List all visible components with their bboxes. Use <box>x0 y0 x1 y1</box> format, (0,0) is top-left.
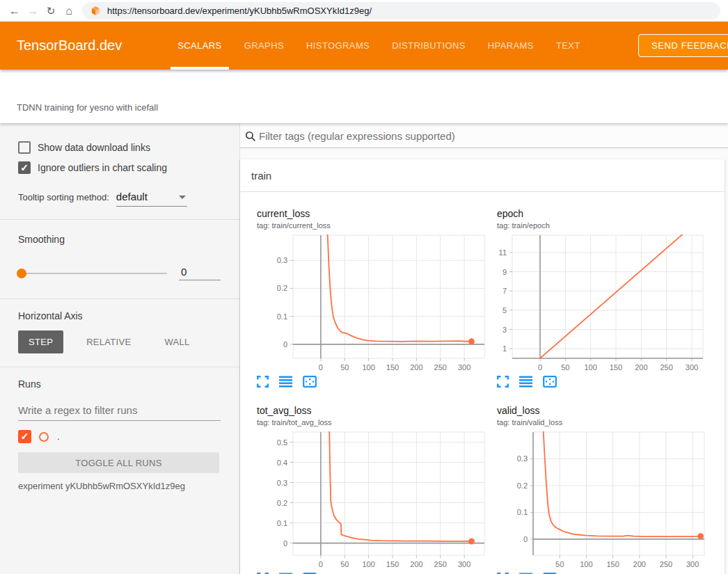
svg-text:150: 150 <box>610 363 622 372</box>
axis-wall-button[interactable]: WALL <box>154 330 200 353</box>
chart-card-current-loss: current_loss tag: train/current_loss 050… <box>257 209 497 388</box>
svg-text:100: 100 <box>584 363 596 372</box>
chart-card-epoch: epoch tag: train/epoch 05010015020025030… <box>497 209 728 388</box>
svg-text:0: 0 <box>538 363 542 372</box>
svg-text:50: 50 <box>561 363 569 372</box>
svg-text:200: 200 <box>410 363 422 372</box>
scalars-main-panel: train current_loss tag: train/current_lo… <box>240 123 728 574</box>
address-bar[interactable]: https://tensorboard.dev/experiment/yKUbh… <box>82 2 720 19</box>
svg-text:0.1: 0.1 <box>517 508 528 516</box>
tab-hparams-label: HPARAMS <box>488 40 534 51</box>
svg-text:0.2: 0.2 <box>277 499 287 507</box>
horizontal-axis-label: Horizontal Axis <box>18 310 221 321</box>
svg-text:0.1: 0.1 <box>277 519 287 527</box>
svg-text:0: 0 <box>283 340 287 349</box>
svg-text:0: 0 <box>283 539 287 548</box>
svg-text:0.1: 0.1 <box>277 312 287 321</box>
run-list-item[interactable]: ✓ . <box>18 430 221 443</box>
smoothing-slider-thumb[interactable] <box>17 269 26 278</box>
tab-histograms[interactable]: HISTOGRAMS <box>299 22 377 70</box>
svg-text:0: 0 <box>523 535 528 543</box>
tab-graphs[interactable]: GRAPHS <box>237 22 291 70</box>
svg-text:250: 250 <box>434 560 447 568</box>
svg-text:250: 250 <box>660 363 672 372</box>
tab-hparams[interactable]: HPARAMS <box>481 22 541 70</box>
smoothing-label: Smoothing <box>18 234 221 245</box>
line-chart-tot-avg-loss[interactable]: 05010015020025030000.10.20.30.40.5 <box>257 431 488 571</box>
experiment-id-text: experiment yKUbhb5wRmOSXYkId1z9eg <box>18 481 221 491</box>
tab-text[interactable]: TEXT <box>549 22 587 70</box>
svg-text:0.3: 0.3 <box>277 479 287 487</box>
svg-text:100: 100 <box>362 363 374 372</box>
svg-text:1: 1 <box>503 344 507 353</box>
tab-distributions[interactable]: DISTRIBUTIONS <box>385 22 473 70</box>
tab-scalars-label: SCALARS <box>177 40 222 51</box>
svg-text:100: 100 <box>362 560 374 568</box>
svg-text:0: 0 <box>319 363 323 372</box>
chart-title: current_loss <box>257 209 497 219</box>
show-download-links-label: Show data download links <box>38 142 150 153</box>
browser-home-icon[interactable]: ⌂ <box>60 5 78 17</box>
browser-toolbar: ← → ↻ ⌂ https://tensorboard.dev/experime… <box>0 0 728 22</box>
fit-domain-icon[interactable] <box>543 376 557 388</box>
settings-sidebar: Show data download links ✓ Ignore outlie… <box>0 123 240 574</box>
svg-text:5: 5 <box>503 306 507 314</box>
line-chart-epoch[interactable]: 0501001502002503001357911 <box>497 234 728 374</box>
chart-title: tot_avg_loss <box>257 406 497 416</box>
log-scale-lines-icon[interactable] <box>279 376 292 388</box>
chart-toolbar <box>257 376 497 388</box>
svg-text:0.2: 0.2 <box>277 284 287 292</box>
experiment-description: TDNN training for yesno with icefall <box>17 102 158 113</box>
browser-back-icon[interactable]: ← <box>6 5 24 17</box>
smoothing-slider[interactable] <box>18 273 167 274</box>
svg-text:7: 7 <box>503 287 507 295</box>
run-checkbox-checked-icon[interactable]: ✓ <box>18 430 31 443</box>
chart-tag: tag: train/current_loss <box>257 221 497 230</box>
svg-text:250: 250 <box>434 363 447 372</box>
toggle-all-runs-button[interactable]: TOGGLE ALL RUNS <box>18 452 219 473</box>
chart-card-tot-avg-loss: tot_avg_loss tag: train/tot_avg_loss 050… <box>257 406 497 574</box>
line-chart-current-loss[interactable]: 05010015020025030000.10.20.3 <box>257 234 488 374</box>
svg-text:0.3: 0.3 <box>517 454 528 463</box>
svg-text:150: 150 <box>386 560 399 568</box>
tag-filter-row <box>240 123 728 148</box>
axis-step-button[interactable]: STEP <box>18 330 63 353</box>
svg-text:0.5: 0.5 <box>277 438 287 447</box>
fit-domain-icon[interactable] <box>303 376 317 388</box>
expand-chart-icon[interactable] <box>497 376 509 388</box>
expand-chart-icon[interactable] <box>257 376 269 388</box>
train-category-card: train current_loss tag: train/current_lo… <box>240 159 725 574</box>
svg-text:200: 200 <box>633 560 646 568</box>
svg-text:9: 9 <box>503 268 507 276</box>
svg-text:50: 50 <box>555 560 564 568</box>
svg-text:200: 200 <box>410 560 422 568</box>
show-download-links-checkbox-row[interactable]: Show data download links <box>18 141 221 154</box>
svg-text:250: 250 <box>660 560 672 568</box>
browser-forward-icon[interactable]: → <box>24 5 42 17</box>
smoothing-value-field[interactable]: 0 <box>179 266 221 280</box>
checkbox-checked-icon[interactable]: ✓ <box>18 161 31 174</box>
checkbox-unchecked-icon[interactable] <box>18 141 31 154</box>
axis-relative-button[interactable]: RELATIVE <box>76 330 141 353</box>
experiment-subtitle-bar: TDNN training for yesno with icefall <box>0 70 728 123</box>
app-header: TensorBoard.dev SCALARS GRAPHS HISTOGRAM… <box>0 22 728 70</box>
tensorboard-page: ← → ↻ ⌂ https://tensorboard.dev/experime… <box>0 0 728 574</box>
log-scale-lines-icon[interactable] <box>519 376 532 388</box>
category-header-train[interactable]: train <box>240 159 725 192</box>
runs-regex-input[interactable] <box>18 403 221 421</box>
brand-title: TensorBoard.dev <box>17 38 122 54</box>
browser-reload-icon[interactable]: ↻ <box>42 5 60 17</box>
tooltip-sorting-dropdown[interactable]: default <box>116 191 187 207</box>
send-feedback-button[interactable]: SEND FEEDBACK <box>638 34 728 57</box>
line-chart-valid-loss[interactable]: 5010015020025030000.10.20.3 <box>497 431 728 571</box>
charts-grid: current_loss tag: train/current_loss 050… <box>240 192 725 574</box>
svg-text:150: 150 <box>606 560 619 568</box>
ignore-outliers-checkbox-row[interactable]: ✓ Ignore outliers in chart scaling <box>18 161 221 174</box>
tab-scalars[interactable]: SCALARS <box>171 22 229 70</box>
svg-text:3: 3 <box>503 326 507 334</box>
tag-filter-input[interactable] <box>259 127 721 144</box>
runs-label: Runs <box>18 378 221 390</box>
svg-text:0.2: 0.2 <box>517 481 528 490</box>
tab-distributions-label: DISTRIBUTIONS <box>392 40 466 51</box>
tab-histograms-label: HISTOGRAMS <box>306 40 370 51</box>
